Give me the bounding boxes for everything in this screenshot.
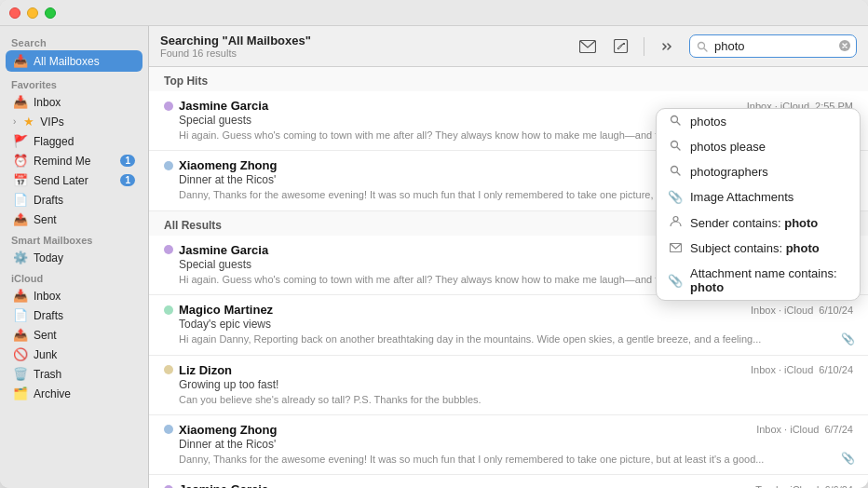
email-sender: Jasmine Garcia [179, 482, 750, 488]
avatar [164, 245, 173, 254]
email-location: Inbox · iCloud [751, 364, 813, 375]
dropdown-item-text: photos please [690, 140, 848, 154]
search-clear-button[interactable] [838, 39, 851, 54]
avatar [164, 365, 173, 374]
email-subject: Today's epic views [164, 318, 853, 331]
sent-icon: 📤 [13, 328, 28, 342]
minimize-button[interactable] [27, 7, 38, 19]
dropdown-item-image-attachments[interactable]: 📎 Image Attachments [657, 184, 860, 210]
sidebar-item-icloud-junk[interactable]: 🚫 Junk [4, 345, 144, 364]
dropdown-item-photographers[interactable]: photographers [657, 159, 860, 184]
inbox-icon: 📥 [13, 95, 28, 109]
inbox-icon: 📥 [13, 289, 28, 303]
send-later-badge: 1 [120, 174, 135, 186]
smart-mailboxes-label: Smart Mailboxes [0, 229, 148, 248]
top-hits-header: Top Hits [149, 67, 868, 91]
title-bar [0, 0, 868, 26]
favorites-label: Favorites [0, 74, 148, 92]
more-icon-btn[interactable] [656, 35, 678, 58]
email-item[interactable]: Jasmine Garcia Trash · iCloud 6/6/24 [149, 475, 868, 488]
mail-icon-btn[interactable] [576, 35, 599, 58]
dropdown-item-subject-contains[interactable]: Subject contains: photo [657, 236, 860, 261]
drafts-icon: 📄 [13, 193, 28, 207]
sidebar-item-label: Trash [34, 368, 61, 381]
sidebar-item-sent[interactable]: 📤 Sent [4, 210, 144, 229]
sidebar-item-label: Sent [34, 329, 57, 342]
search-dropdown: photos photos please [656, 108, 861, 301]
search-input-wrapper [689, 34, 857, 58]
sidebar-item-label: Today [34, 251, 63, 264]
sidebar-item-label: Remind Me [34, 155, 90, 168]
paperclip-icon: 📎 [668, 274, 683, 288]
sidebar-item-label: Inbox [34, 96, 61, 109]
toolbar-icons [576, 34, 857, 58]
dropdown-item-photos[interactable]: photos [657, 109, 860, 134]
compose-icon-btn[interactable] [610, 35, 632, 58]
toolbar-title-area: Searching "All Mailboxes" Found 16 resul… [160, 34, 569, 59]
envelope-icon [668, 241, 683, 255]
dropdown-item-attachment-name[interactable]: 📎 Attachment name contains: photo [657, 261, 860, 300]
email-item-header: Liz Dizon Inbox · iCloud 6/10/24 [164, 363, 853, 377]
sidebar-item-inbox[interactable]: 📥 Inbox [4, 92, 144, 112]
main-content: Searching "All Mailboxes" Found 16 resul… [149, 26, 868, 488]
email-item[interactable]: Xiaomeng Zhong Inbox · iCloud 6/7/24 Din… [149, 415, 868, 475]
icloud-label: iCloud [0, 267, 148, 286]
sidebar-item-label: Drafts [34, 194, 63, 207]
email-time: 6/10/24 [819, 364, 853, 375]
chevron-icon: › [13, 116, 16, 127]
star-icon: ★ [23, 115, 34, 129]
attachment-icon: 📎 [841, 452, 855, 465]
email-preview: Danny, Thanks for the awesome evening! I… [164, 453, 853, 467]
dropdown-item-photos-please[interactable]: photos please [657, 134, 860, 159]
person-icon [668, 215, 683, 230]
maximize-button[interactable] [45, 7, 56, 19]
email-preview: Can you believe she's already so tall? P… [164, 393, 853, 407]
email-subject: Growing up too fast! [164, 378, 853, 391]
dropdown-item-sender-contains[interactable]: Sender contains: photo [657, 210, 860, 236]
sidebar-item-drafts[interactable]: 📄 Drafts [4, 190, 144, 210]
sidebar-item-label: Drafts [34, 309, 63, 322]
sidebar-item-label: Flagged [34, 135, 74, 148]
mail-icon [579, 40, 596, 53]
dropdown-item-text: Subject contains: photo [690, 241, 848, 255]
all-mailboxes-item[interactable]: 📥 All Mailboxes [6, 50, 142, 72]
dropdown-item-text: photos [690, 115, 848, 129]
sidebar-item-label: Sent [34, 213, 57, 226]
sidebar-item-icloud-archive[interactable]: 🗂️ Archive [4, 384, 144, 403]
email-location: Trash · iCloud [755, 484, 819, 488]
sidebar-item-vips[interactable]: › ★ VIPs [4, 112, 144, 131]
svg-point-2 [698, 42, 705, 48]
toolbar: Searching "All Mailboxes" Found 16 resul… [149, 26, 868, 67]
sidebar-item-icloud-inbox[interactable]: 📥 Inbox [4, 286, 144, 305]
sidebar-item-flagged[interactable]: 🚩 Flagged [4, 131, 144, 151]
remind-me-badge: 1 [120, 155, 135, 167]
sidebar-item-today[interactable]: ⚙️ Today [4, 248, 144, 267]
search-icon [668, 165, 683, 179]
email-sender: Magico Martinez [179, 303, 745, 317]
search-input[interactable] [689, 34, 857, 58]
sidebar-item-label: Send Later [34, 174, 88, 187]
inbox-icon: 📥 [13, 54, 28, 68]
sidebar-item-label: Junk [34, 348, 57, 361]
sidebar-item-label: Inbox [34, 290, 61, 303]
avatar [164, 161, 173, 170]
close-button[interactable] [9, 7, 20, 19]
gear-icon: ⚙️ [13, 251, 28, 264]
magnify-icon [670, 165, 681, 176]
email-item[interactable]: Magico Martinez Inbox · iCloud 6/10/24 T… [149, 295, 868, 355]
sidebar-item-icloud-drafts[interactable]: 📄 Drafts [4, 305, 144, 325]
email-item-header: Jasmine Garcia Trash · iCloud 6/6/24 [164, 482, 853, 488]
email-item[interactable]: Liz Dizon Inbox · iCloud 6/10/24 Growing… [149, 356, 868, 415]
avatar [164, 425, 173, 434]
dropdown-item-text: Attachment name contains: photo [690, 266, 848, 294]
search-icon [668, 140, 683, 154]
sidebar: Search 📥 All Mailboxes Favorites 📥 Inbox… [0, 26, 149, 488]
svg-rect-1 [615, 39, 628, 52]
archive-icon: 🗂️ [13, 386, 28, 400]
send-later-icon: 📅 [13, 173, 28, 187]
sidebar-item-send-later[interactable]: 📅 Send Later 1 [4, 170, 144, 190]
sidebar-item-remind-me[interactable]: ⏰ Remind Me 1 [4, 151, 144, 170]
email-time: 6/6/24 [824, 484, 853, 488]
sidebar-item-icloud-trash[interactable]: 🗑️ Trash [4, 364, 144, 384]
sidebar-item-icloud-sent[interactable]: 📤 Sent [4, 325, 144, 345]
